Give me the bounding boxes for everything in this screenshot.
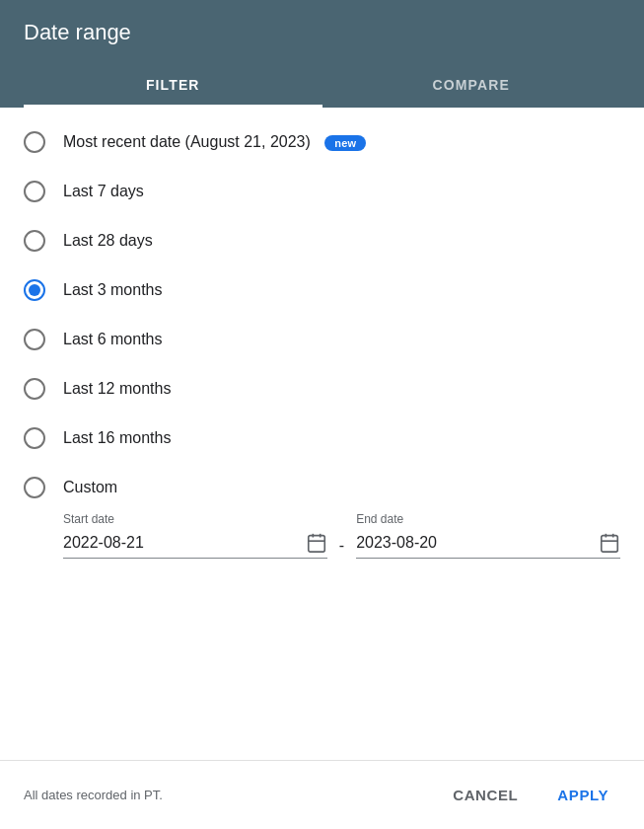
end-date-value: 2023-08-20 [356,534,599,552]
new-badge: new [324,135,366,151]
end-date-field[interactable]: End date 2023-08-20 [356,512,620,559]
tab-compare[interactable]: COMPARE [322,65,621,108]
end-date-label: End date [356,512,620,526]
radio-last-3m[interactable] [24,279,45,301]
option-last-12m-label: Last 12 months [63,380,171,398]
footer-note: All dates recorded in PT. [24,788,163,802]
radio-custom[interactable] [24,477,45,498]
option-most-recent[interactable]: Most recent date (August 21, 2023) new [0,117,644,167]
tab-filter[interactable]: FILTER [24,65,322,108]
custom-date-section: Start date 2022-08-21 - End date 2023-08… [0,512,644,568]
apply-button[interactable]: APPLY [545,779,620,811]
svg-rect-4 [602,536,618,553]
option-last-28-label: Last 28 days [63,232,153,250]
options-list: Most recent date (August 21, 2023) new L… [0,108,644,760]
option-last-28[interactable]: Last 28 days [0,216,644,265]
radio-last-7[interactable] [24,181,45,202]
svg-rect-0 [309,536,325,553]
option-last-3m-label: Last 3 months [63,281,163,299]
option-last-7-label: Last 7 days [63,183,144,200]
start-date-field[interactable]: Start date 2022-08-21 [63,512,327,559]
date-separator: - [335,537,348,555]
option-last-6m[interactable]: Last 6 months [0,315,644,364]
end-date-calendar-icon[interactable] [599,532,620,554]
cancel-button[interactable]: CANCEL [441,779,530,811]
radio-inner-last-3m [29,284,40,296]
option-most-recent-label: Most recent date (August 21, 2023) new [63,133,366,151]
option-custom[interactable]: Custom [0,463,644,512]
footer-actions: CANCEL APPLY [441,779,620,811]
radio-last-28[interactable] [24,230,45,252]
option-last-3m[interactable]: Last 3 months [0,265,644,315]
option-last-16m-label: Last 16 months [63,429,171,447]
radio-last-16m[interactable] [24,427,45,449]
date-row: Start date 2022-08-21 - End date 2023-08… [63,512,620,559]
radio-last-12m[interactable] [24,378,45,400]
tab-bar: FILTER COMPARE [24,65,620,108]
option-last-12m[interactable]: Last 12 months [0,364,644,414]
radio-most-recent[interactable] [24,131,45,153]
footer: All dates recorded in PT. CANCEL APPLY [0,760,644,829]
option-custom-label: Custom [63,479,117,496]
header: Date range FILTER COMPARE [0,0,644,108]
page-title: Date range [24,20,620,45]
start-date-label: Start date [63,512,327,526]
option-last-7[interactable]: Last 7 days [0,167,644,216]
start-date-calendar-icon[interactable] [306,532,327,554]
start-date-value: 2022-08-21 [63,534,306,552]
option-last-6m-label: Last 6 months [63,331,163,348]
radio-last-6m[interactable] [24,329,45,350]
option-last-16m[interactable]: Last 16 months [0,414,644,463]
end-date-input-wrapper[interactable]: 2023-08-20 [356,532,620,559]
start-date-input-wrapper[interactable]: 2022-08-21 [63,532,327,559]
